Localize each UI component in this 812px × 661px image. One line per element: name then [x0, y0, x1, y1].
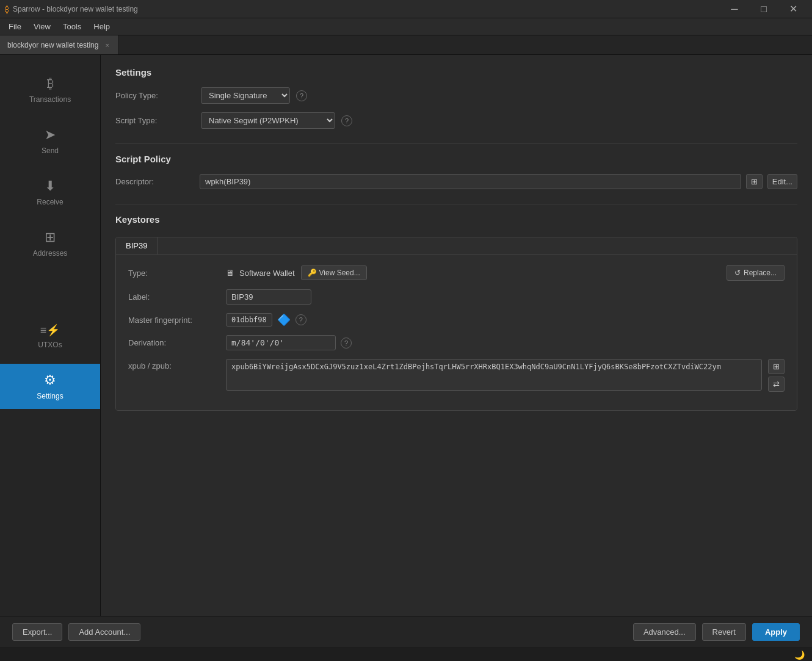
type-label: Type: [128, 269, 220, 278]
menu-view[interactable]: View [27, 20, 57, 34]
derivation-row: Derivation: ? [128, 335, 785, 350]
policy-type-row: Policy Type: Single Signature ? [115, 87, 797, 104]
utxos-icon: ≡⚡ [40, 323, 60, 337]
sidebar-item-transactions[interactable]: ₿ Transactions [0, 67, 100, 112]
status-bar: 🌙 [0, 648, 812, 661]
tab-label: blockdyor new wallet testing [7, 41, 98, 49]
add-account-button[interactable]: Add Account... [68, 623, 140, 641]
sidebar-item-receive[interactable]: ⬇ Receive [0, 170, 100, 215]
derivation-label: Derivation: [128, 338, 220, 347]
fingerprint-help-icon[interactable]: ? [295, 314, 306, 325]
replace-button[interactable]: ↺ Replace... [727, 265, 785, 281]
bottom-bar: Export... Add Account... Advanced... Rev… [0, 616, 812, 648]
label-row: Label: [128, 289, 785, 305]
sidebar: ₿ Transactions ➤ Send ⬇ Receive ⊞ Addres… [0, 55, 101, 616]
fingerprint-row: Master fingerprint: 01dbbf98 🔷 ? [128, 313, 785, 327]
menu-file[interactable]: File [2, 20, 27, 34]
key-icon: 🔑 [308, 269, 317, 277]
export-button[interactable]: Export... [12, 623, 62, 641]
sidebar-item-send[interactable]: ➤ Send [0, 118, 100, 164]
descriptor-grid-button[interactable]: ⊞ [746, 174, 763, 189]
titlebar-controls: ─ □ ✕ [720, 0, 807, 18]
titlebar-left: ₿ Sparrow - blockdyor new wallet testing [5, 4, 138, 14]
revert-button[interactable]: Revert [702, 623, 746, 641]
script-type-row: Script Type: Native Segwit (P2WPKH) ? [115, 112, 797, 129]
type-value: 🖥 Software Wallet [226, 268, 295, 278]
label-input[interactable] [226, 289, 311, 305]
transactions-icon: ₿ [47, 76, 54, 92]
xpub-label: xpub / zpub: [128, 361, 220, 370]
receive-icon: ⬇ [45, 178, 56, 194]
close-button[interactable]: ✕ [779, 0, 807, 18]
settings-title: Settings [115, 67, 797, 78]
descriptor-input[interactable] [200, 174, 741, 189]
descriptor-label: Descriptor: [115, 177, 195, 186]
software-wallet-label: Software Wallet [239, 269, 295, 278]
keystores-title: Keystores [115, 214, 797, 225]
sidebar-item-utxos[interactable]: ≡⚡ UTXOs [0, 315, 100, 358]
label-label: Label: [128, 292, 220, 302]
tab-close-button[interactable]: × [103, 40, 111, 50]
xpub-row: xpub / zpub: ⊞ ⇄ [128, 359, 785, 392]
sidebar-item-addresses[interactable]: ⊞ Addresses [0, 221, 100, 266]
menu-tools[interactable]: Tools [57, 20, 87, 34]
apply-button[interactable]: Apply [752, 623, 800, 641]
maximize-button[interactable]: □ [750, 0, 778, 18]
xpub-input[interactable] [226, 359, 762, 391]
settings-icon: ⚙ [44, 372, 56, 388]
fingerprint-label: Master fingerprint: [128, 316, 220, 325]
keystore-content: Type: 🖥 Software Wallet 🔑 View Seed... ↺… [116, 255, 797, 410]
descriptor-row: Descriptor: ⊞ Edit... [115, 174, 797, 189]
keystore-tab-bar: BIP39 [116, 237, 797, 255]
moon-icon[interactable]: 🌙 [794, 650, 805, 660]
policy-type-label: Policy Type: [115, 91, 195, 100]
sidebar-label-receive: Receive [37, 198, 63, 206]
derivation-value-group: ? [226, 335, 352, 350]
policy-type-help-icon[interactable]: ? [296, 90, 307, 101]
replace-icon: ↺ [734, 269, 741, 277]
fingerprint-icon[interactable]: 🔷 [277, 313, 291, 327]
policy-type-select[interactable]: Single Signature [201, 87, 290, 104]
type-row: Type: 🖥 Software Wallet 🔑 View Seed... ↺… [128, 265, 785, 281]
descriptor-edit-button[interactable]: Edit... [767, 174, 797, 189]
send-icon: ➤ [45, 127, 56, 143]
sidebar-label-utxos: UTXOs [38, 341, 62, 349]
view-seed-button[interactable]: 🔑 View Seed... [301, 265, 367, 280]
addresses-icon: ⊞ [45, 229, 56, 245]
divider-2 [115, 204, 797, 204]
menubar: File View Tools Help [0, 18, 812, 35]
derivation-input[interactable] [226, 335, 336, 350]
xpub-grid-button[interactable]: ⊞ [768, 359, 785, 374]
sidebar-label-settings: Settings [37, 392, 63, 400]
advanced-button[interactable]: Advanced... [633, 623, 696, 641]
script-type-help-icon[interactable]: ? [341, 115, 352, 126]
script-policy-title: Script Policy [115, 154, 797, 164]
titlebar: ₿ Sparrow - blockdyor new wallet testing… [0, 0, 812, 18]
content-area: Settings Policy Type: Single Signature ?… [101, 55, 812, 616]
minimize-button[interactable]: ─ [720, 0, 749, 18]
main-layout: ₿ Transactions ➤ Send ⬇ Receive ⊞ Addres… [0, 55, 812, 616]
divider-1 [115, 143, 797, 144]
sidebar-label-addresses: Addresses [33, 249, 68, 258]
sidebar-label-transactions: Transactions [29, 95, 71, 104]
xpub-buttons: ⊞ ⇄ [768, 359, 785, 392]
script-type-label: Script Type: [115, 116, 195, 125]
monitor-icon: 🖥 [226, 268, 234, 278]
fingerprint-value-group: 01dbbf98 🔷 ? [226, 313, 306, 327]
keystore-tab-bip39[interactable]: BIP39 [116, 237, 158, 255]
sidebar-label-send: Send [42, 146, 59, 155]
app-icon: ₿ [5, 4, 9, 14]
keystore-box: BIP39 Type: 🖥 Software Wallet 🔑 View See… [115, 237, 797, 411]
app-title: Sparrow - blockdyor new wallet testing [13, 5, 138, 13]
derivation-help-icon[interactable]: ? [341, 338, 352, 349]
tabbar: blockdyor new wallet testing × [0, 35, 812, 55]
xpub-switch-button[interactable]: ⇄ [768, 377, 785, 392]
fingerprint-value: 01dbbf98 [226, 313, 272, 327]
menu-help[interactable]: Help [87, 20, 116, 34]
sidebar-item-settings[interactable]: ⚙ Settings [0, 364, 100, 409]
wallet-tab[interactable]: blockdyor new wallet testing × [0, 35, 119, 54]
script-type-select[interactable]: Native Segwit (P2WPKH) [201, 112, 335, 129]
